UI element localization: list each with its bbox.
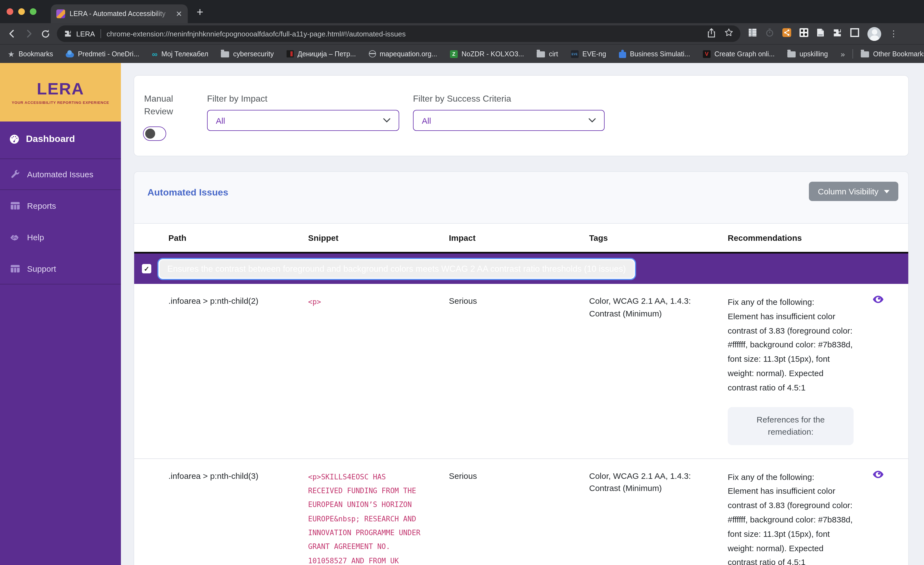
- criteria-filter-select[interactable]: All: [413, 110, 604, 131]
- back-button[interactable]: [5, 27, 20, 41]
- bookmark-item[interactable]: Predmeti - OneDri...: [66, 50, 139, 58]
- cell-tags: Color, WCAG 2.1 AA, 1.4.3: Contrast (Min…: [589, 459, 728, 565]
- qr-extension-icon[interactable]: [800, 28, 808, 39]
- cell-recommendations: Fix any of the following: Element has in…: [728, 284, 872, 458]
- sidebar-item-label: Dashboard: [26, 134, 75, 145]
- bookmark-item[interactable]: VCreate Graph onli...: [703, 50, 775, 58]
- column-header-tags: Tags: [589, 233, 728, 242]
- tab-strip: LERA - Automated Accessibility ✕ +: [0, 0, 924, 23]
- bookmarks-overflow-chevron[interactable]: »: [841, 50, 845, 58]
- cell-recommendations: Fix any of the following: Element has in…: [728, 459, 872, 565]
- tab-close-icon[interactable]: ✕: [176, 9, 182, 18]
- cell-path: .infoarea > p:nth-child(3): [168, 459, 308, 565]
- other-bookmarks-folder[interactable]: Other Bookmarks: [861, 50, 924, 58]
- sidebar-item-dashboard[interactable]: Dashboard: [0, 122, 121, 157]
- impact-filter-value: All: [216, 116, 225, 125]
- cell-impact: Serious: [449, 459, 589, 565]
- tab-title: LERA - Automated Accessibility: [70, 10, 174, 18]
- extension-name-chip: LERA: [76, 30, 95, 38]
- sidebar-item-reports[interactable]: Reports: [0, 190, 121, 221]
- column-header-snippet: Snippet: [308, 233, 449, 242]
- share-node-extension-icon[interactable]: [782, 28, 791, 39]
- folder-icon: [221, 51, 230, 57]
- profile-avatar[interactable]: [867, 27, 881, 41]
- bookmarks-bar: ★Bookmarks Predmeti - OneDri... ∞Мој Тел…: [0, 44, 924, 63]
- sidebar-item-label: Help: [27, 233, 44, 242]
- table-icon: [10, 201, 20, 210]
- cell-tags: Color, WCAG 2.1 AA, 1.4.3: Contrast (Min…: [589, 284, 728, 458]
- bookmark-item[interactable]: cybersecurity: [221, 50, 274, 58]
- bookmark-item[interactable]: Business Simulati...: [619, 50, 690, 58]
- view-issue-eye-icon[interactable]: [872, 471, 884, 480]
- handshake-icon: [10, 233, 20, 241]
- bookmark-star-icon[interactable]: [724, 28, 733, 39]
- table-extension-icon[interactable]: [748, 28, 757, 39]
- toggle-knob: [145, 128, 155, 138]
- chevron-down-icon: [383, 118, 390, 123]
- onedrive-icon: [66, 52, 74, 57]
- lera-favicon-icon: [56, 9, 65, 18]
- extension-puzzle-icon: [64, 30, 72, 38]
- sidebar-item-label: Automated Issues: [27, 170, 93, 179]
- extension-icons: ⋮: [748, 27, 898, 41]
- bookmark-item[interactable]: mapequation.org...: [369, 50, 437, 58]
- bookmarks-divider: [852, 49, 853, 59]
- column-header-impact: Impact: [449, 233, 589, 242]
- main-content: Manual Review Filter by Impact All Filte…: [121, 63, 924, 565]
- extensions-puzzle-icon[interactable]: [832, 28, 842, 39]
- manual-review-toggle[interactable]: [143, 126, 166, 141]
- bookmark-item[interactable]: ∞Мој Телекабел: [152, 50, 208, 58]
- mkd-icon: [286, 50, 294, 57]
- side-panel-icon[interactable]: [850, 28, 859, 39]
- eve-icon: EVE: [571, 50, 579, 58]
- bookmark-item[interactable]: ★Bookmarks: [8, 50, 53, 58]
- cell-path: .infoarea > p:nth-child(2): [168, 284, 308, 458]
- close-window-button[interactable]: [7, 8, 13, 15]
- table-header-row: Path Snippet Impact Tags Recommendations: [134, 224, 908, 254]
- forward-button[interactable]: [21, 27, 36, 41]
- document-extension-icon[interactable]: [817, 28, 824, 39]
- browser-menu-icon[interactable]: ⋮: [890, 29, 898, 39]
- reload-button[interactable]: [38, 27, 52, 41]
- infinity-icon: ∞: [152, 50, 158, 58]
- rule-group-header-row: ✓ Ensures the contrast between foregroun…: [134, 254, 908, 284]
- view-issue-eye-icon[interactable]: [872, 296, 884, 305]
- sidebar-item-support[interactable]: Support: [0, 253, 121, 284]
- window-controls: [7, 8, 36, 15]
- sidebar-item-label: Support: [27, 264, 56, 273]
- bookmark-item[interactable]: cirt: [537, 50, 558, 58]
- impact-filter-select[interactable]: All: [207, 110, 399, 131]
- globe-icon: [369, 50, 376, 57]
- rule-group-toggle-button[interactable]: Ensures the contrast between foreground …: [158, 258, 636, 280]
- bookmark-item[interactable]: ZNoZDR - KOLXO3...: [450, 50, 524, 58]
- cell-actions: [872, 284, 908, 458]
- sidebar-item-help[interactable]: Help: [0, 221, 121, 253]
- column-visibility-button[interactable]: Column Visibility: [809, 182, 898, 201]
- address-bar[interactable]: LERA chrome-extension://neninfnjnhknnief…: [57, 26, 740, 42]
- panel-title: Automated Issues: [147, 187, 228, 198]
- star-icon: ★: [8, 50, 15, 58]
- bookmark-item[interactable]: Дениција – Петр...: [286, 50, 356, 58]
- bookmark-item[interactable]: upskilling: [788, 50, 828, 58]
- share-icon[interactable]: [707, 28, 716, 39]
- sidebar-item-label: Reports: [27, 201, 56, 210]
- v-red-icon: V: [703, 50, 711, 58]
- minimize-window-button[interactable]: [18, 8, 25, 15]
- stopwatch-extension-icon[interactable]: [765, 28, 774, 39]
- browser-tab[interactable]: LERA - Automated Accessibility ✕: [51, 5, 188, 23]
- zoom-window-button[interactable]: [30, 8, 36, 15]
- puzzle-blue-icon: [619, 52, 626, 58]
- folder-icon: [861, 51, 869, 57]
- url-text[interactable]: chrome-extension://neninfnjnhknniefcpogn…: [106, 30, 702, 38]
- impact-filter-label: Filter by Impact: [207, 92, 267, 105]
- sidebar-item-automated-issues[interactable]: Automated Issues: [0, 159, 121, 190]
- group-checkbox[interactable]: ✓: [142, 264, 151, 273]
- table-row: .infoarea > p:nth-child(3) <p>SKILLS4EOS…: [134, 459, 908, 565]
- cell-impact: Serious: [449, 284, 589, 458]
- sidebar: LERA YOUR ACCESSIBILITY REPORTING EXPERI…: [0, 63, 121, 565]
- bookmark-item[interactable]: EVEEVE-ng: [571, 50, 606, 58]
- table-icon: [10, 264, 20, 273]
- folder-icon: [537, 51, 545, 57]
- column-header-recommendations: Recommendations: [728, 233, 872, 242]
- new-tab-button[interactable]: +: [196, 6, 204, 17]
